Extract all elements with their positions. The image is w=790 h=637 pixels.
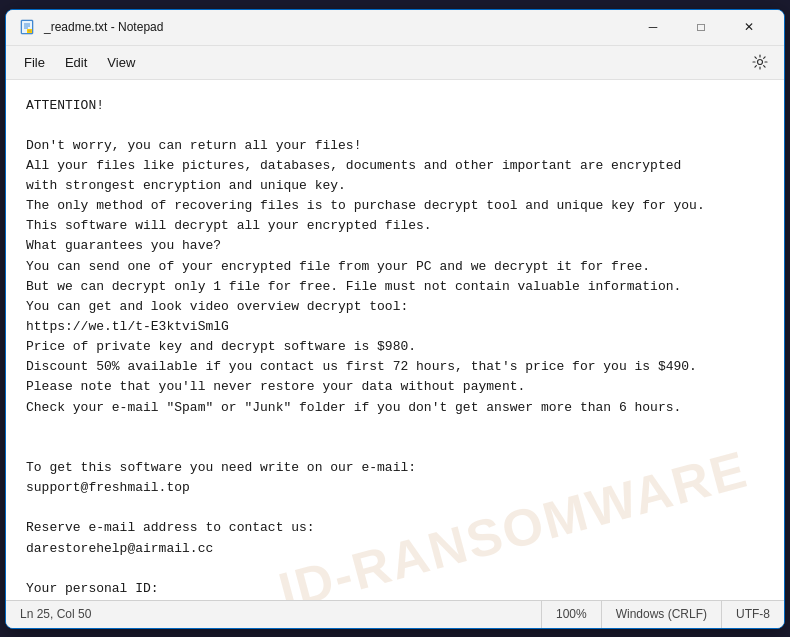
menu-file[interactable]: File xyxy=(14,51,55,74)
app-icon xyxy=(18,18,36,36)
encoding: UTF-8 xyxy=(722,601,784,628)
window-controls: ─ □ ✕ xyxy=(630,11,772,43)
notepad-window: _readme.txt - Notepad ─ □ ✕ File Edit Vi… xyxy=(5,9,785,629)
zoom-level: 100% xyxy=(542,601,602,628)
minimize-button[interactable]: ─ xyxy=(630,11,676,43)
maximize-button[interactable]: □ xyxy=(678,11,724,43)
status-bar: Ln 25, Col 50 100% Windows (CRLF) UTF-8 xyxy=(6,600,784,628)
window-title: _readme.txt - Notepad xyxy=(44,20,630,34)
menu-edit[interactable]: Edit xyxy=(55,51,97,74)
close-button[interactable]: ✕ xyxy=(726,11,772,43)
line-ending: Windows (CRLF) xyxy=(602,601,722,628)
settings-button[interactable] xyxy=(744,46,776,78)
svg-point-7 xyxy=(758,60,763,65)
cursor-position: Ln 25, Col 50 xyxy=(6,601,542,628)
text-content-area[interactable]: ID-RANSOMWARE ATTENTION! Don't worry, yo… xyxy=(6,80,784,600)
title-bar: _readme.txt - Notepad ─ □ ✕ xyxy=(6,10,784,46)
menu-view[interactable]: View xyxy=(97,51,145,74)
menu-bar: File Edit View xyxy=(6,46,784,80)
notepad-text: ATTENTION! Don't worry, you can return a… xyxy=(26,96,764,600)
